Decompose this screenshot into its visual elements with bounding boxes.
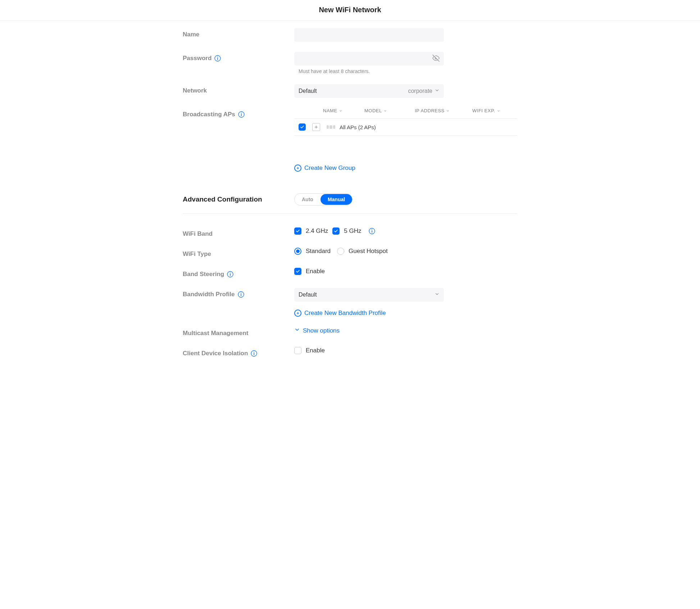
col-model[interactable]: MODEL [364,108,415,113]
row-name: Name [183,28,517,42]
label-wifi-band: WiFi Band [183,227,294,238]
col-name-text: NAME [323,108,337,113]
checkbox-band-steering[interactable] [294,268,301,275]
svg-point-22 [254,352,254,353]
page-header: New WiFi Network [0,0,700,21]
chevron-down-icon [339,109,342,113]
row-aps: Broadcasting APs NAME MODEL [183,108,517,172]
col-ip-text: IP ADDRESS [415,108,445,113]
password-helper: Must have at least 8 characters. [294,68,517,74]
col-exp[interactable]: WIFI EXP. [472,108,512,113]
row-network: Network Default corporate [183,84,517,98]
chevron-down-icon [383,109,387,113]
svg-rect-18 [241,294,241,296]
label-client-isolation: Client Device Isolation [183,347,294,357]
info-icon[interactable] [238,111,245,118]
col-ip[interactable]: IP ADDRESS [415,108,472,113]
control-bandwidth: Default Create New Bandwidth Profile [294,288,517,317]
label-network: Network [183,84,294,94]
seg-auto[interactable]: Auto [295,194,321,205]
label-bandwidth: Bandwidth Profile [183,288,294,298]
eye-off-icon[interactable] [432,55,440,63]
svg-rect-23 [254,353,255,355]
svg-rect-12 [372,231,372,233]
form-container: Name Password Must have at least 8 chara… [183,21,517,382]
control-wifi-type: Standard Guest Hotspot [294,248,517,255]
control-password: Must have at least 8 characters. [294,52,517,74]
label-password: Password [183,52,294,62]
plus-circle-icon [294,310,301,317]
label-name: Name [183,28,294,38]
network-select[interactable]: Default corporate [294,84,444,98]
create-group-text: Create New Group [304,164,355,172]
control-name [294,28,517,42]
label-aps-text: Broadcasting APs [183,111,235,118]
svg-point-14 [230,273,231,274]
create-new-group-button[interactable]: Create New Group [294,164,355,172]
label-band-steering: Band Steering [183,268,294,278]
row-wifi-band: WiFi Band 2.4 GHz 5 GHz [183,227,517,238]
label-enable-steering: Enable [306,268,325,275]
control-network: Default corporate [294,84,517,98]
svg-rect-15 [230,274,231,276]
chevron-down-icon [435,292,440,298]
label-standard: Standard [306,248,331,255]
label-client-isolation-text: Client Device Isolation [183,350,248,357]
label-bandwidth-text: Bandwidth Profile [183,291,235,298]
svg-rect-2 [218,58,218,60]
col-exp-text: WIFI EXP. [472,108,495,113]
radio-standard[interactable] [294,248,301,255]
label-guest: Guest Hotspot [349,248,388,255]
svg-point-4 [241,113,242,114]
control-wifi-band: 2.4 GHz 5 GHz [294,227,517,235]
row-password: Password Must have at least 8 characters… [183,52,517,74]
row-bandwidth: Bandwidth Profile Default Create New Ban… [183,288,517,317]
svg-rect-5 [241,114,242,116]
aps-all-label: All APs (2 APs) [340,124,376,130]
label-wifi-type: WiFi Type [183,248,294,258]
name-input[interactable] [294,28,444,42]
radio-guest[interactable] [337,248,344,255]
info-icon[interactable] [227,271,233,278]
checkbox-24ghz[interactable] [294,227,301,235]
row-multicast: Multicast Management Show options [183,327,517,337]
row-band-steering: Band Steering Enable [183,268,517,278]
checkbox-all-aps[interactable] [299,123,306,131]
svg-point-11 [372,230,372,230]
chevron-down-icon [294,327,300,334]
aps-table: NAME MODEL IP ADDRESS WIFI EXP. [294,108,517,136]
seg-manual[interactable]: Manual [321,194,352,205]
section-advanced: Advanced Configuration Auto Manual [183,193,517,214]
advanced-title: Advanced Configuration [183,195,294,203]
info-icon[interactable] [251,350,257,357]
show-options-button[interactable]: Show options [294,327,340,334]
col-model-text: MODEL [364,108,382,113]
info-icon[interactable] [238,291,244,298]
network-value: Default [299,88,317,94]
password-input[interactable] [294,52,444,66]
chevron-down-icon [435,88,440,94]
bandwidth-value: Default [299,292,317,298]
aps-all-row[interactable]: All APs (2 APs) [294,119,517,136]
label-aps: Broadcasting APs [183,108,294,118]
row-client-isolation: Client Device Isolation Enable [183,347,517,357]
bandwidth-select[interactable]: Default [294,288,444,302]
show-options-text: Show options [303,327,340,334]
col-name[interactable]: NAME [323,108,364,113]
control-band-steering: Enable [294,268,517,275]
info-icon[interactable] [214,55,221,62]
checkbox-client-isolation[interactable] [294,347,301,354]
page-title: New WiFi Network [0,6,700,14]
create-bandwidth-text: Create New Bandwidth Profile [304,310,386,317]
expand-button[interactable] [312,123,320,131]
network-tag: corporate [408,88,432,94]
svg-point-17 [241,293,241,294]
control-aps: NAME MODEL IP ADDRESS WIFI EXP. [294,108,517,172]
create-new-bandwidth-button[interactable]: Create New Bandwidth Profile [294,310,386,317]
row-wifi-type: WiFi Type Standard Guest Hotspot [183,248,517,258]
chevron-down-icon [446,109,450,113]
checkbox-5ghz[interactable] [332,227,340,235]
control-multicast: Show options [294,327,517,334]
info-icon[interactable] [369,228,375,234]
network-tag-wrap: corporate [408,88,440,94]
